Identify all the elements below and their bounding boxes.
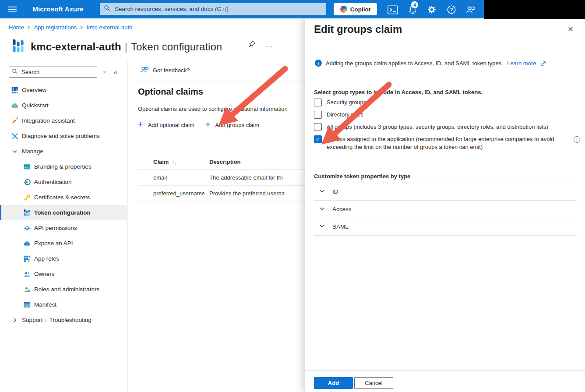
- got-feedback-label: Got feedback?: [153, 67, 190, 74]
- cancel-button[interactable]: Cancel: [354, 377, 393, 389]
- pin-icon[interactable]: [248, 40, 256, 50]
- sidebar-item-diagnose[interactable]: Diagnose and solve problems: [0, 128, 127, 144]
- edit-groups-claim-panel: Edit groups claim × i Adding the groups …: [305, 18, 585, 392]
- sidebar-item-manifest[interactable]: { } Manifest: [0, 297, 127, 312]
- chevron-down-icon: [319, 206, 325, 213]
- sidebar-item-authentication[interactable]: Authentication: [0, 174, 127, 190]
- chevron-right-icon: [11, 318, 18, 323]
- sidebar-item-label: Diagnose and solve problems: [22, 133, 100, 139]
- copilot-icon: [340, 6, 347, 13]
- sidebar-item-certificates[interactable]: Certificates & secrets: [0, 190, 127, 205]
- sidebar-item-label: Manifest: [34, 301, 56, 308]
- chevron-down-icon: [319, 223, 325, 230]
- copilot-label: Copilot: [350, 6, 371, 13]
- settings-gear-icon[interactable]: [426, 4, 437, 15]
- sidebar-item-integration-assistant[interactable]: Integration assistant: [0, 113, 127, 128]
- feedback-icon[interactable]: [465, 4, 476, 15]
- cloud-api-icon: [23, 240, 31, 246]
- global-search-input[interactable]: [114, 5, 322, 13]
- page-header: Home > App registrations > kmc-external-…: [0, 18, 305, 61]
- hamburger-menu-icon[interactable]: [0, 0, 25, 18]
- checkbox-security-groups[interactable]: [314, 99, 322, 106]
- azure-brand[interactable]: Microsoft Azure: [32, 0, 84, 18]
- checkbox-groups-assigned-checked[interactable]: ✓: [314, 135, 322, 143]
- clear-search-icon[interactable]: ×: [103, 69, 106, 75]
- global-search-bar[interactable]: [100, 3, 326, 15]
- option-label[interactable]: Security groups: [327, 99, 569, 106]
- title-actions: …: [248, 40, 273, 50]
- checkbox-all-groups[interactable]: [314, 123, 322, 131]
- info-outline-icon[interactable]: i: [574, 136, 580, 143]
- close-icon[interactable]: ×: [568, 24, 573, 33]
- customize-token-properties-label: Customize token properties by type: [314, 173, 410, 180]
- add-button[interactable]: Add: [314, 377, 353, 389]
- add-groups-claim-button[interactable]: + Add groups claim: [205, 121, 259, 129]
- sidebar-item-label: Quickstart: [22, 102, 49, 109]
- sidebar-item-roles-admins[interactable]: Roles and administrators: [0, 282, 127, 297]
- feedback-person-icon: [140, 66, 148, 75]
- sidebar-item-label: Overview: [22, 87, 46, 93]
- sidebar-item-branding[interactable]: Branding & properties: [0, 159, 127, 174]
- claims-table-header: Claim↑↓ Description: [138, 154, 305, 170]
- breadcrumb-current[interactable]: kmc-external-auth: [87, 24, 132, 31]
- sidebar-search-input[interactable]: [21, 68, 94, 76]
- option-label[interactable]: Groups assigned to the application (reco…: [327, 135, 569, 151]
- optional-claims-description: Optional claims are used to configure ad…: [138, 106, 305, 112]
- select-group-types-label: Select group types to include in Access,…: [314, 89, 483, 95]
- sidebar-item-owners[interactable]: Owners: [0, 266, 127, 282]
- sidebar-section-manage[interactable]: Manage: [0, 144, 127, 159]
- plus-icon: +: [138, 120, 143, 129]
- overview-icon: [11, 87, 18, 94]
- column-header-claim[interactable]: Claim↑↓: [138, 159, 209, 165]
- sidebar-item-label: Roles and administrators: [34, 286, 99, 293]
- sidebar-item-token-configuration[interactable]: Token configuration: [0, 205, 127, 220]
- sidebar-search-box[interactable]: [9, 67, 97, 78]
- sidebar-item-expose-api[interactable]: Expose an API: [0, 236, 127, 251]
- token-configuration-app-icon: [12, 39, 24, 55]
- option-label[interactable]: Directory roles: [327, 111, 569, 119]
- checkbox-directory-roles[interactable]: [314, 111, 322, 119]
- search-icon: [12, 68, 18, 76]
- info-icon: i: [315, 60, 322, 67]
- search-icon: [104, 5, 110, 13]
- api-permissions-icon: [23, 225, 31, 232]
- add-groups-claim-label: Add groups claim: [215, 122, 259, 128]
- footer-divider: [305, 370, 585, 371]
- accordion-label: Access: [332, 206, 352, 212]
- sidebar-item-quickstart[interactable]: Quickstart: [0, 98, 127, 113]
- sidebar-item-api-permissions[interactable]: API permissions: [0, 220, 127, 236]
- column-header-description[interactable]: Description: [209, 159, 305, 165]
- accordion-id[interactable]: ID: [314, 183, 577, 201]
- sidebar-item-overview[interactable]: Overview: [0, 82, 127, 98]
- copilot-button[interactable]: Copilot: [334, 3, 377, 15]
- authentication-icon: [23, 179, 31, 186]
- breadcrumb-app-registrations[interactable]: App registrations: [34, 24, 77, 31]
- table-row[interactable]: preferred_username Provides the preferre…: [138, 186, 305, 201]
- got-feedback-button[interactable]: Got feedback?: [140, 66, 190, 75]
- divider: [138, 81, 305, 81]
- sort-descending-icon[interactable]: ↓: [174, 160, 177, 166]
- breadcrumb-separator: >: [80, 25, 83, 31]
- section-name: Token configuration: [131, 41, 222, 53]
- sidebar-section-support[interactable]: Support + Troubleshooting: [0, 312, 127, 328]
- learn-more-link[interactable]: Learn more: [507, 60, 536, 67]
- add-optional-claim-button[interactable]: + Add optional claim: [138, 121, 194, 129]
- breadcrumb-home[interactable]: Home: [9, 24, 24, 31]
- accordion-access[interactable]: Access: [314, 201, 577, 218]
- panel-title: Edit groups claim: [314, 23, 402, 35]
- accordion-saml[interactable]: SAML: [314, 218, 577, 236]
- app-name: kmc-external-auth: [31, 41, 121, 53]
- option-label[interactable]: All groups (includes 3 group types: secu…: [327, 123, 569, 131]
- collapse-sidebar-icon[interactable]: «: [114, 68, 117, 76]
- more-actions-icon[interactable]: …: [265, 41, 273, 49]
- sidebar-item-label: Branding & properties: [34, 163, 92, 170]
- branding-icon: [23, 164, 31, 170]
- key-icon: [23, 194, 31, 201]
- roles-administrators-icon: [23, 286, 31, 293]
- sidebar-item-label: App roles: [34, 255, 59, 262]
- title-divider: |: [121, 41, 131, 53]
- cloud-shell-icon[interactable]: [387, 4, 398, 15]
- table-row[interactable]: email The addressable email for thi: [138, 170, 305, 186]
- sidebar-item-app-roles[interactable]: App roles: [0, 251, 127, 266]
- help-icon[interactable]: ?: [446, 4, 457, 15]
